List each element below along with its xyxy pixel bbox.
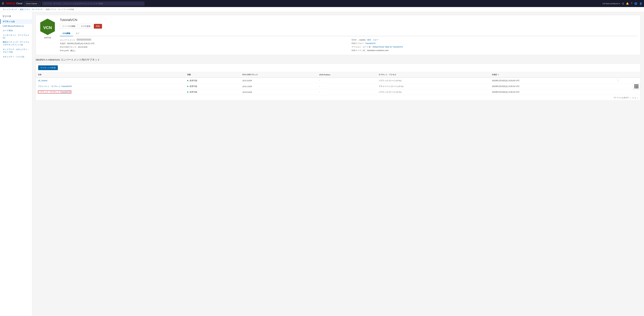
vcn-title: TutorialVCN (60, 18, 638, 22)
subnet-section-title: takahiro.n.nakamura コンパートメント内のサブネット (36, 58, 640, 61)
subnet-ipv4-cell: 10.0.1.0/24 (240, 84, 317, 89)
breadcrumb-networking[interactable]: ネットワーキング (3, 8, 17, 11)
subnet-table: 名前 状態 IPv4 CIDRブロック IPv6 Prefixes サブネット・… (36, 72, 640, 95)
header-right-area: US East (Ashburn) ▾ ⊡ 🔔 ? 🌐 👤 (602, 2, 642, 5)
created-label: 作成日: (60, 42, 66, 45)
move-resource-button[interactable]: リソースの移動 (60, 24, 78, 29)
region-selector[interactable]: US East (Ashburn) ▾ (602, 3, 620, 5)
dns-resolver-link[interactable]: TutorialVCN (365, 42, 376, 44)
create-subnet-button[interactable]: サブネットの作成 (38, 65, 58, 70)
tab-vcn-info[interactable]: VCN情報 (60, 31, 73, 36)
add-tag-button[interactable]: タグの追加 (79, 24, 93, 29)
table-actions: サブネットの作成 (36, 64, 640, 72)
next-page-button[interactable]: › (637, 97, 638, 99)
dns-resolver-row: DNSリゾルバ: TutorialVCN (352, 42, 638, 45)
tab-tags[interactable]: タグ (73, 31, 82, 36)
subnet-menu-cell (615, 89, 640, 95)
sidebar-item-drg-attachments[interactable]: 動的ルーティング・ゲートウェイのアタッチメント (0) (0, 40, 32, 47)
subnet-status-text: 使用可能 (190, 91, 197, 93)
vcn-icon-area: VCN 使用可能 (39, 18, 56, 39)
sidebar-item-nsg[interactable]: ネットワーク・セキュリティ・グループ(0) (0, 47, 32, 54)
status-dot-icon (187, 91, 188, 93)
breadcrumb-current: 仮想クラウド・ネットワークの詳細 (46, 8, 74, 11)
cloud-shell-icon[interactable]: ⊡ (622, 2, 624, 5)
ipv4-row: IPv4 CIDRブロック: 10.0.0.0/16 (60, 46, 346, 48)
route-table-row: デフォルト・ルート表: Default Route Table for Tuto… (352, 46, 638, 48)
col-status: 状態 (185, 72, 240, 78)
route-table-link[interactable]: Default Route Table for TutorialVCN (373, 46, 403, 48)
ocid-label: OCID: (352, 39, 357, 41)
vcn-actions: リソースの移動 タグの追加 削除 (60, 24, 638, 29)
subnet-created-cell: 2023年1月24日(火) 0:26:24 UTC (490, 84, 615, 89)
grid-view-icon[interactable] (634, 84, 638, 88)
subnet-access-cell: プライベート (リージョナル) (376, 84, 490, 89)
subnet-ipv4-cell: 10.0.0.0/24 (240, 89, 317, 95)
help-icon[interactable]: ? (631, 2, 632, 5)
dns-resolver-label: DNSリゾルバ: (352, 42, 364, 45)
row-menu-icon[interactable]: ⋮ (617, 79, 619, 82)
subnet-table-container: サブネットの作成 名前 状態 IPv4 CIDRブロック IPv6 Prefix… (36, 64, 640, 101)
prev-page-button[interactable]: ‹ (630, 97, 631, 99)
vcn-tabs: VCN情報 タグ (60, 31, 638, 36)
page-info: 1 / 1 (632, 97, 636, 99)
ipv4-value: 10.0.0.0/16 (78, 46, 88, 48)
col-actions-header (615, 72, 640, 78)
col-access: サブネット・アクセス (376, 72, 490, 78)
delete-button[interactable]: 削除 (94, 24, 102, 29)
col-ipv6: IPv6 Prefixes (317, 72, 376, 78)
private-subnet-link[interactable]: プライベート・サブネット-TutorialVCN (38, 85, 72, 87)
lb-subnet-link[interactable]: LB_Subnet (38, 79, 47, 82)
user-icon[interactable]: 👤 (639, 2, 642, 5)
subnet-name-cell: プライベート・サブネット-TutorialVCN (36, 84, 185, 89)
created-row: 作成日: 2023年1月24日(火) 0:26:21 UTC (60, 42, 346, 45)
region-chevron-icon: ▾ (619, 3, 620, 5)
subnet-status-cell: 使用可能 (185, 84, 240, 89)
status-dot-icon (187, 86, 188, 87)
notifications-icon[interactable]: 🔔 (626, 2, 629, 5)
region-label: US East (Ashburn) (602, 3, 618, 5)
subnet-name-cell: LB_Subnet (36, 78, 185, 84)
svg-text:VCN: VCN (43, 25, 52, 30)
sidebar-item-subnets[interactable]: サブネット(3) (0, 19, 32, 24)
vcn-status-label: 使用可能 (39, 37, 56, 39)
subnet-status-text: 使用可能 (190, 85, 197, 87)
ipv4-label: IPv4 CIDRブロック: (60, 46, 77, 48)
vcn-info-left: コンパートメント: 作成日: 2023年1月24日(火) 0:26:21 UTC… (60, 39, 346, 52)
hamburger-menu-icon[interactable]: ☰ (2, 2, 4, 5)
subnet-ipv4-cell: 10.0.3.0/24 (240, 78, 317, 84)
subnet-status-cell: 使用可能 (185, 78, 240, 84)
dns-domain-row: DNSドメイン名: tutorialvcn.oraclevcn.com (352, 49, 638, 52)
compartment-label: コンパートメント: (60, 39, 76, 41)
sidebar-resources-title: リソース (0, 15, 32, 19)
dns-domain-label: DNSドメイン名: (352, 49, 366, 52)
app-header: ☰ ORACLE Cloud Cloud Classic › US East (… (0, 0, 644, 7)
route-table-label: デフォルト・ルート表: (352, 46, 371, 48)
sidebar-item-cidr[interactable]: CIDR Blocks/Prefixes (1) (0, 24, 32, 28)
sidebar: リソース サブネット(3) CIDR Blocks/Prefixes (1) ル… (0, 12, 32, 316)
breadcrumb-vcn[interactable]: 仮想クラウド・ネットワーク (20, 8, 42, 11)
status-dot-icon (187, 80, 188, 81)
ocid-copy-link[interactable]: コピー (373, 39, 378, 41)
subnet-name-cell: パブリック・サブネット-TutorialVCN (36, 89, 185, 95)
vcn-info-grid: コンパートメント: 作成日: 2023年1月24日(火) 0:26:21 UTC… (60, 39, 638, 52)
language-icon[interactable]: 🌐 (634, 2, 637, 5)
subnet-status-cell: 使用可能 (185, 89, 240, 95)
subnet-status-text: 使用可能 (190, 79, 197, 82)
search-input[interactable] (42, 2, 144, 6)
sidebar-item-route-tables[interactable]: ルート表(3) (0, 28, 32, 33)
subnet-section: takahiro.n.nakamura コンパートメント内のサブネット サブネッ… (36, 58, 640, 101)
main-layout: リソース サブネット(3) CIDR Blocks/Prefixes (1) ル… (0, 12, 644, 316)
cloud-classic-label: Cloud Classic (26, 3, 37, 5)
ocid-show-link[interactable]: 表示 (367, 39, 371, 41)
subnet-title-prefix: takahiro.n.nakamura (36, 58, 60, 61)
cloud-classic-button[interactable]: Cloud Classic › (24, 2, 40, 6)
public-subnet-link[interactable]: パブリック・サブネット-TutorialVCN (38, 90, 71, 94)
breadcrumb-sep-2: › (44, 8, 45, 11)
sidebar-item-security-lists[interactable]: セキュリティ・リスト(2) (0, 54, 32, 59)
created-value: 2023年1月24日(火) 0:26:21 UTC (67, 42, 95, 45)
subnet-menu-cell (615, 84, 640, 89)
sidebar-item-internet-gateway[interactable]: インターネット・ゲートウェイ(1) (0, 33, 32, 40)
table-row: プライベート・サブネット-TutorialVCN 使用可能 10.0.1.0/2… (36, 84, 640, 89)
compartment-value (76, 39, 91, 41)
ocid-row: OCID: ...nzydna 表示 コピー (352, 39, 638, 41)
